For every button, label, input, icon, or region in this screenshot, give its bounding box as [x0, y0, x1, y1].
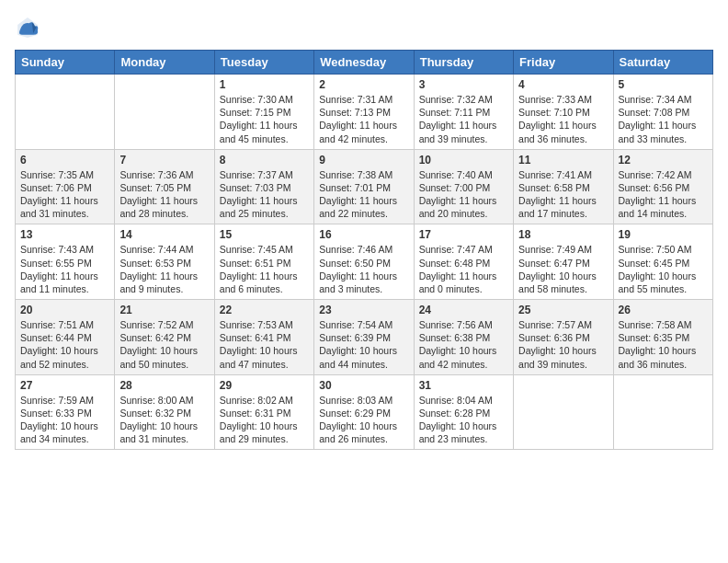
- day-info: Sunrise: 7:47 AMSunset: 6:48 PMDaylight:…: [419, 243, 508, 295]
- day-info: Sunrise: 7:31 AMSunset: 7:13 PMDaylight:…: [319, 93, 408, 145]
- day-number: 12: [619, 154, 708, 167]
- day-info: Sunrise: 7:58 AMSunset: 6:35 PMDaylight:…: [619, 318, 708, 371]
- day-number: 10: [419, 154, 508, 167]
- day-number: 13: [20, 228, 109, 241]
- calendar-cell: 19Sunrise: 7:50 AMSunset: 6:45 PMDayligh…: [613, 224, 712, 300]
- day-info: Sunrise: 7:51 AMSunset: 6:44 PMDaylight:…: [20, 318, 109, 371]
- calendar-cell: 24Sunrise: 7:56 AMSunset: 6:38 PMDayligh…: [414, 300, 513, 375]
- day-number: 28: [119, 379, 209, 392]
- calendar-cell: 5Sunrise: 7:34 AMSunset: 7:08 PMDaylight…: [613, 75, 712, 150]
- day-info: Sunrise: 7:33 AMSunset: 7:10 PMDaylight:…: [518, 93, 608, 145]
- day-number: 4: [518, 78, 608, 91]
- calendar-cell: 7Sunrise: 7:36 AMSunset: 7:05 PMDaylight…: [115, 149, 214, 224]
- day-info: Sunrise: 7:43 AMSunset: 6:55 PMDaylight:…: [20, 243, 109, 295]
- day-number: 27: [20, 379, 109, 392]
- calendar-cell: 9Sunrise: 7:38 AMSunset: 7:01 PMDaylight…: [314, 149, 414, 224]
- calendar-week-row: 13Sunrise: 7:43 AMSunset: 6:55 PMDayligh…: [16, 224, 713, 300]
- calendar-cell: 10Sunrise: 7:40 AMSunset: 7:00 PMDayligh…: [414, 149, 513, 224]
- day-info: Sunrise: 8:03 AMSunset: 6:29 PMDaylight:…: [319, 394, 408, 446]
- day-number: 3: [419, 78, 508, 91]
- day-number: 17: [419, 228, 508, 241]
- day-number: 16: [319, 228, 408, 241]
- calendar-cell: 21Sunrise: 7:52 AMSunset: 6:42 PMDayligh…: [115, 300, 214, 375]
- calendar-cell: 30Sunrise: 8:03 AMSunset: 6:29 PMDayligh…: [314, 374, 414, 450]
- calendar-cell: 31Sunrise: 8:04 AMSunset: 6:28 PMDayligh…: [414, 374, 513, 450]
- logo-icon: [15, 15, 40, 40]
- weekday-header: Saturday: [613, 51, 712, 75]
- day-info: Sunrise: 7:36 AMSunset: 7:05 PMDaylight:…: [119, 168, 209, 221]
- calendar-cell: 16Sunrise: 7:46 AMSunset: 6:50 PMDayligh…: [314, 224, 414, 300]
- day-number: 31: [419, 379, 508, 392]
- day-info: Sunrise: 7:52 AMSunset: 6:42 PMDaylight:…: [119, 318, 209, 371]
- calendar-cell: 27Sunrise: 7:59 AMSunset: 6:33 PMDayligh…: [16, 374, 115, 450]
- calendar-cell: 28Sunrise: 8:00 AMSunset: 6:32 PMDayligh…: [115, 374, 214, 450]
- day-number: 2: [319, 78, 408, 91]
- day-info: Sunrise: 7:40 AMSunset: 7:00 PMDaylight:…: [419, 168, 508, 221]
- day-number: 15: [220, 228, 309, 241]
- calendar-week-row: 20Sunrise: 7:51 AMSunset: 6:44 PMDayligh…: [16, 300, 713, 375]
- calendar-cell: [115, 75, 214, 150]
- day-info: Sunrise: 7:34 AMSunset: 7:08 PMDaylight:…: [619, 93, 708, 145]
- day-number: 26: [619, 304, 708, 316]
- calendar-cell: 25Sunrise: 7:57 AMSunset: 6:36 PMDayligh…: [514, 300, 613, 375]
- calendar-week-row: 6Sunrise: 7:35 AMSunset: 7:06 PMDaylight…: [16, 149, 713, 224]
- calendar-week-row: 1Sunrise: 7:30 AMSunset: 7:15 PMDaylight…: [16, 75, 713, 150]
- day-info: Sunrise: 8:02 AMSunset: 6:31 PMDaylight:…: [220, 394, 309, 446]
- calendar-cell: 12Sunrise: 7:42 AMSunset: 6:56 PMDayligh…: [613, 149, 712, 224]
- day-info: Sunrise: 8:00 AMSunset: 6:32 PMDaylight:…: [119, 394, 209, 446]
- day-info: Sunrise: 7:50 AMSunset: 6:45 PMDaylight:…: [619, 243, 708, 295]
- day-info: Sunrise: 7:54 AMSunset: 6:39 PMDaylight:…: [319, 318, 408, 371]
- weekday-header: Wednesday: [314, 51, 414, 75]
- day-number: 18: [518, 228, 608, 241]
- day-number: 20: [20, 304, 109, 316]
- calendar-cell: 8Sunrise: 7:37 AMSunset: 7:03 PMDaylight…: [214, 149, 313, 224]
- day-number: 1: [220, 78, 309, 91]
- calendar-cell: [16, 75, 115, 150]
- calendar-cell: 26Sunrise: 7:58 AMSunset: 6:35 PMDayligh…: [613, 300, 712, 375]
- calendar-header: SundayMondayTuesdayWednesdayThursdayFrid…: [16, 51, 713, 75]
- weekday-row: SundayMondayTuesdayWednesdayThursdayFrid…: [16, 51, 713, 75]
- calendar-cell: 2Sunrise: 7:31 AMSunset: 7:13 PMDaylight…: [314, 75, 414, 150]
- calendar-cell: 13Sunrise: 7:43 AMSunset: 6:55 PMDayligh…: [16, 224, 115, 300]
- day-number: 21: [119, 304, 209, 316]
- day-info: Sunrise: 7:45 AMSunset: 6:51 PMDaylight:…: [220, 243, 309, 295]
- calendar-cell: 22Sunrise: 7:53 AMSunset: 6:41 PMDayligh…: [214, 300, 313, 375]
- calendar-cell: 3Sunrise: 7:32 AMSunset: 7:11 PMDaylight…: [414, 75, 513, 150]
- day-number: 29: [220, 379, 309, 392]
- weekday-header: Friday: [514, 51, 613, 75]
- day-info: Sunrise: 7:44 AMSunset: 6:53 PMDaylight:…: [119, 243, 209, 295]
- calendar-week-row: 27Sunrise: 7:59 AMSunset: 6:33 PMDayligh…: [16, 374, 713, 450]
- weekday-header: Monday: [115, 51, 214, 75]
- day-info: Sunrise: 7:56 AMSunset: 6:38 PMDaylight:…: [419, 318, 508, 371]
- day-number: 7: [119, 154, 209, 167]
- day-info: Sunrise: 7:53 AMSunset: 6:41 PMDaylight:…: [220, 318, 309, 371]
- day-number: 11: [518, 154, 608, 167]
- calendar-cell: [514, 374, 613, 450]
- calendar-cell: 1Sunrise: 7:30 AMSunset: 7:15 PMDaylight…: [214, 75, 313, 150]
- logo: [15, 15, 44, 40]
- day-info: Sunrise: 7:37 AMSunset: 7:03 PMDaylight:…: [220, 168, 309, 221]
- calendar-cell: [613, 374, 712, 450]
- calendar-cell: 14Sunrise: 7:44 AMSunset: 6:53 PMDayligh…: [115, 224, 214, 300]
- day-number: 22: [220, 304, 309, 316]
- calendar-cell: 17Sunrise: 7:47 AMSunset: 6:48 PMDayligh…: [414, 224, 513, 300]
- day-info: Sunrise: 7:49 AMSunset: 6:47 PMDaylight:…: [518, 243, 608, 295]
- calendar-cell: 23Sunrise: 7:54 AMSunset: 6:39 PMDayligh…: [314, 300, 414, 375]
- day-number: 14: [119, 228, 209, 241]
- weekday-header: Thursday: [414, 51, 513, 75]
- weekday-header: Sunday: [16, 51, 115, 75]
- calendar-cell: 11Sunrise: 7:41 AMSunset: 6:58 PMDayligh…: [514, 149, 613, 224]
- day-info: Sunrise: 7:38 AMSunset: 7:01 PMDaylight:…: [319, 168, 408, 221]
- day-info: Sunrise: 7:30 AMSunset: 7:15 PMDaylight:…: [220, 93, 309, 145]
- day-number: 8: [220, 154, 309, 167]
- day-info: Sunrise: 7:32 AMSunset: 7:11 PMDaylight:…: [419, 93, 508, 145]
- day-info: Sunrise: 7:35 AMSunset: 7:06 PMDaylight:…: [20, 168, 109, 221]
- calendar: SundayMondayTuesdayWednesdayThursdayFrid…: [15, 50, 713, 450]
- calendar-cell: 4Sunrise: 7:33 AMSunset: 7:10 PMDaylight…: [514, 75, 613, 150]
- day-number: 30: [319, 379, 408, 392]
- day-number: 19: [619, 228, 708, 241]
- day-info: Sunrise: 7:46 AMSunset: 6:50 PMDaylight:…: [319, 243, 408, 295]
- header: [15, 15, 713, 40]
- day-number: 5: [619, 78, 708, 91]
- day-info: Sunrise: 7:57 AMSunset: 6:36 PMDaylight:…: [518, 318, 608, 371]
